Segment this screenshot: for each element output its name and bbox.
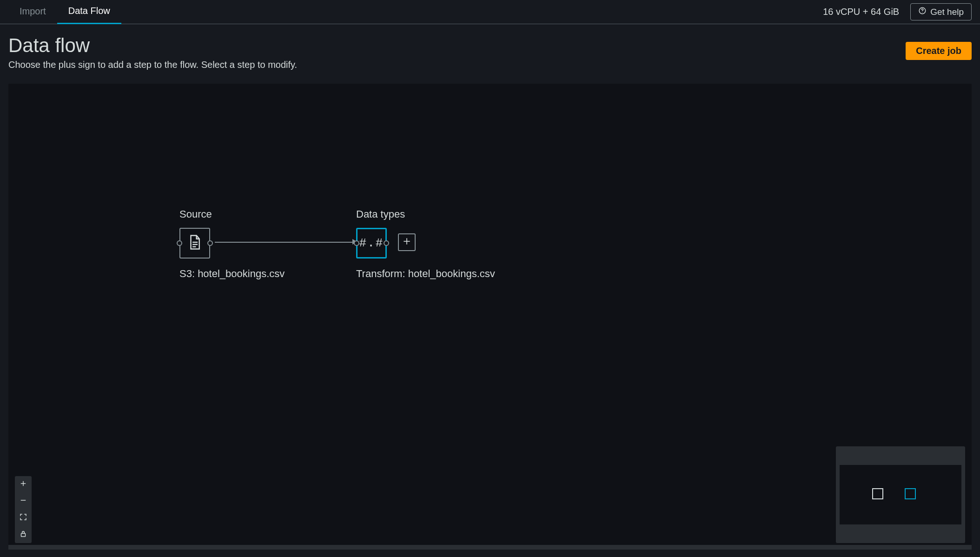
node-source-bottom-label: S3: hotel_bookings.csv (179, 268, 285, 280)
zoom-in-button[interactable] (15, 476, 32, 493)
page-title: Data flow (8, 34, 906, 57)
tab-import[interactable]: Import (8, 0, 57, 23)
zoom-out-button[interactable] (15, 493, 32, 510)
overview-node-source (872, 488, 883, 499)
node-data-types-top-label: Data types (356, 208, 495, 220)
minus-icon (19, 496, 27, 507)
tab-bar: Import Data Flow 16 vCPU + 64 GiB Get he… (0, 0, 980, 24)
plus-icon (402, 237, 411, 248)
lock-icon (19, 530, 27, 540)
page-header: Data flow Choose the plus sign to add a … (0, 24, 980, 77)
add-step-button[interactable] (398, 233, 416, 251)
overview-minimap[interactable] (836, 446, 965, 543)
node-source-top-label: Source (179, 208, 285, 220)
overview-node-data-types (905, 488, 916, 499)
hash-dot-hash-icon: #.# (359, 236, 384, 250)
lock-view-button[interactable] (15, 526, 32, 543)
node-data-types-box[interactable]: #.# (356, 228, 387, 259)
port-in[interactable] (177, 240, 182, 246)
port-out[interactable] (207, 240, 213, 246)
canvas-scrollbar[interactable] (8, 545, 972, 550)
help-circle-icon (918, 7, 927, 17)
resources-label: 16 vCPU + 64 GiB (823, 7, 899, 17)
svg-point-1 (922, 12, 923, 13)
node-data-types: Data types #.# Transform: hotel_bookings… (356, 208, 495, 280)
overview-viewport[interactable] (840, 465, 961, 524)
page-subtitle: Choose the plus sign to add a step to th… (8, 60, 906, 70)
edge-source-to-datatypes[interactable] (215, 242, 353, 243)
node-source-box[interactable] (179, 228, 210, 259)
get-help-label: Get help (930, 7, 964, 17)
canvas-wrap: Source S3: hotel_bookings.csv (8, 84, 972, 550)
node-data-types-bottom-label: Transform: hotel_bookings.csv (356, 268, 495, 280)
get-help-button[interactable]: Get help (910, 3, 972, 20)
create-job-button[interactable]: Create job (906, 42, 972, 60)
svg-rect-10 (21, 533, 26, 537)
flow-canvas[interactable]: Source S3: hotel_bookings.csv (8, 84, 972, 550)
plus-icon (19, 479, 27, 490)
port-out[interactable] (384, 240, 389, 246)
zoom-controls (15, 476, 32, 543)
file-icon (188, 234, 202, 252)
node-source: Source S3: hotel_bookings.csv (179, 208, 285, 280)
fullscreen-icon (19, 513, 27, 524)
tab-data-flow[interactable]: Data Flow (57, 0, 121, 24)
fit-view-button[interactable] (15, 510, 32, 526)
port-in[interactable] (354, 240, 359, 246)
